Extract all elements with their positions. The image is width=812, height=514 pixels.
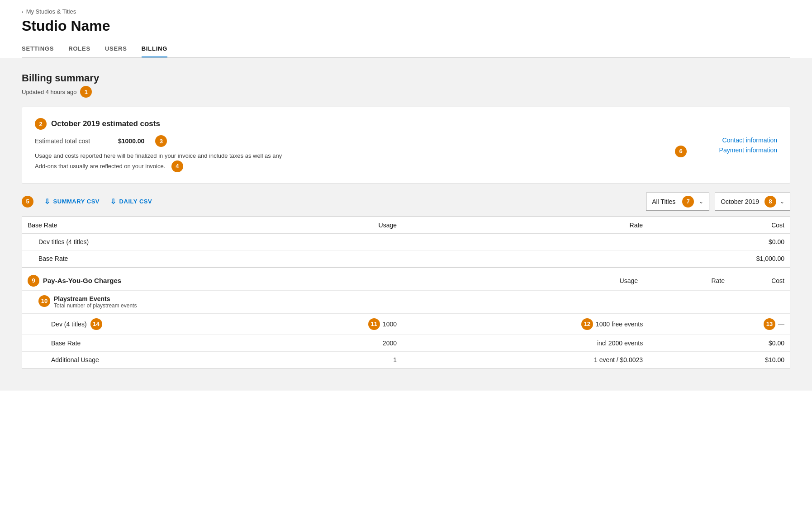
- cost-col-header: Cost: [648, 217, 790, 233]
- payg-base-rate-rate: incl 2000 events: [402, 335, 648, 351]
- date-filter-dropdown[interactable]: October 2019 8 ⌄: [715, 193, 790, 211]
- payg-section-header-row: 9 Pay-As-You-Go Charges Usage Rate Cost: [22, 267, 790, 291]
- dev-titles-cost: —: [778, 321, 784, 328]
- base-rate-usage: [241, 250, 402, 267]
- badge-9: 9: [28, 275, 39, 287]
- download-icon-daily: ⇩: [110, 198, 117, 206]
- base-rate-col-header: Base Rate: [22, 217, 241, 233]
- table-row: Dev titles (4 titles) $0.00: [22, 233, 790, 250]
- base-rate-rate: [402, 250, 648, 267]
- desc-line1: Usage and costs reported here will be fi…: [35, 152, 282, 159]
- badge-10: 10: [38, 295, 50, 307]
- playstream-label-block: Playstream Events Total number of playst…: [54, 295, 137, 309]
- payg-usage-col: Usage: [584, 277, 638, 284]
- badge-3: 3: [155, 135, 167, 147]
- badge-7: 7: [682, 196, 694, 207]
- base-rate-header-row: Base Rate Usage Rate Cost: [22, 217, 790, 233]
- payg-additional-cost: $10.00: [648, 351, 790, 368]
- billing-summary-title: Billing summary: [22, 72, 790, 84]
- payg-additional-label: Additional Usage: [22, 351, 241, 368]
- filters: All Titles 7 ⌄ October 2019 8 ⌄: [646, 193, 790, 211]
- base-rate-dev-rate: [402, 233, 648, 250]
- breadcrumb[interactable]: ‹ My Studios & Titles: [22, 8, 790, 15]
- breadcrumb-chevron-icon: ‹: [22, 9, 24, 14]
- playstream-sub-desc: Total number of playstream events: [54, 302, 137, 309]
- estimated-label: Estimated total cost: [35, 137, 107, 145]
- download-icon-summary: ⇩: [44, 198, 51, 206]
- badge-8: 8: [765, 196, 776, 207]
- payg-header-with-badge: 9 Pay-As-You-Go Charges Usage Rate Cost: [28, 275, 784, 287]
- payment-info-link[interactable]: Payment information: [719, 146, 777, 154]
- daily-csv-button[interactable]: ⇩ DAILY CSV: [110, 198, 152, 206]
- badge-2: 2: [35, 118, 47, 130]
- playstream-header-cell: 10 Playstream Events Total number of pla…: [22, 290, 790, 313]
- contact-info-link[interactable]: Contact information: [722, 137, 777, 144]
- page-container: ‹ My Studios & Titles Studio Name SETTIN…: [0, 0, 812, 514]
- payg-base-rate-usage: 2000: [241, 335, 402, 351]
- billing-table: Base Rate Usage Rate Cost Dev titles (4 …: [22, 217, 790, 368]
- table-row: Base Rate 2000 incl 2000 events $0.00: [22, 335, 790, 351]
- csv-buttons: 5 ⇩ SUMMARY CSV ⇩ DAILY CSV: [22, 196, 152, 207]
- csv-filter-row: 5 ⇩ SUMMARY CSV ⇩ DAILY CSV All Titles 7…: [22, 193, 790, 216]
- payg-header-cell: 9 Pay-As-You-Go Charges Usage Rate Cost: [22, 267, 790, 291]
- base-rate-dev-cost: $0.00: [648, 233, 790, 250]
- table-row: Dev (4 titles) 14 11 1000: [22, 313, 790, 335]
- dev-titles-usage-cell: 11 1000: [241, 313, 402, 335]
- rate-col-header: Rate: [402, 217, 648, 233]
- playstream-sub-header: Playstream Events: [54, 295, 137, 302]
- estimated-desc: Usage and costs reported here will be fi…: [35, 151, 351, 172]
- badge-13: 13: [764, 318, 775, 330]
- payg-additional-rate: 1 event / $0.0023: [402, 351, 648, 368]
- updated-row: Updated 4 hours ago 1: [22, 86, 790, 98]
- base-rate-dev-label: Dev titles (4 titles): [22, 233, 241, 250]
- payg-additional-usage: 1: [241, 351, 402, 368]
- badge-6: 6: [675, 146, 687, 157]
- right-links: 6 Contact information Payment informatio…: [719, 137, 777, 154]
- tab-users[interactable]: USERS: [105, 42, 127, 57]
- summary-csv-button[interactable]: ⇩ SUMMARY CSV: [44, 198, 100, 206]
- badge-4: 4: [171, 160, 183, 172]
- badge-14: 14: [90, 318, 102, 330]
- payg-header-label: Pay-As-You-Go Charges: [43, 277, 121, 284]
- header: ‹ My Studios & Titles Studio Name SETTIN…: [0, 0, 812, 58]
- breadcrumb-text: My Studios & Titles: [26, 8, 76, 15]
- payg-base-rate-cost: $0.00: [648, 335, 790, 351]
- playstream-label-row: 10 Playstream Events Total number of pla…: [38, 295, 784, 309]
- billing-table-wrapper: Base Rate Usage Rate Cost Dev titles (4 …: [22, 216, 790, 369]
- usage-col-header: Usage: [241, 217, 402, 233]
- main-content: Billing summary Updated 4 hours ago 1 2 …: [0, 58, 812, 391]
- dev-titles-label-cell: Dev (4 titles) 14: [22, 313, 241, 335]
- summary-csv-label: SUMMARY CSV: [53, 198, 100, 205]
- tab-settings[interactable]: SETTINGS: [22, 42, 54, 57]
- base-rate-label: Base Rate: [22, 250, 241, 267]
- titles-filter-dropdown[interactable]: All Titles 7 ⌄: [646, 193, 709, 211]
- page-title: Studio Name: [22, 18, 790, 34]
- titles-dropdown-arrow-icon: ⌄: [699, 198, 703, 205]
- dev-titles-cost-cell: 13 —: [648, 313, 790, 335]
- table-row: Base Rate $1,000.00: [22, 250, 790, 267]
- base-rate-cost: $1,000.00: [648, 250, 790, 267]
- dev-titles-usage: 1000: [383, 321, 397, 328]
- base-rate-dev-usage: [241, 233, 402, 250]
- badge-12: 12: [581, 318, 593, 330]
- tab-roles[interactable]: ROLES: [68, 42, 90, 57]
- tabs-nav: SETTINGS ROLES USERS BILLING: [22, 42, 790, 58]
- tab-billing[interactable]: BILLING: [142, 42, 167, 57]
- payg-rate-col: Rate: [652, 277, 725, 284]
- titles-filter-label: All Titles: [652, 198, 675, 205]
- updated-text: Updated 4 hours ago: [22, 89, 76, 95]
- date-filter-label: October 2019: [721, 198, 759, 205]
- daily-csv-label: DAILY CSV: [119, 198, 152, 205]
- dev-titles-rate-cell: 12 1000 free events: [402, 313, 648, 335]
- playstream-events-header-row: 10 Playstream Events Total number of pla…: [22, 290, 790, 313]
- estimated-costs-card: 2 October 2019 estimated costs Estimated…: [22, 107, 790, 184]
- date-dropdown-arrow-icon: ⌄: [780, 198, 784, 205]
- payg-cost-col: Cost: [739, 277, 784, 284]
- table-row: Additional Usage 1 1 event / $0.0023 $10…: [22, 351, 790, 368]
- badge-1: 1: [80, 86, 92, 98]
- dev-titles-rate: 1000 free events: [596, 321, 643, 328]
- badge-11: 11: [368, 318, 380, 330]
- badge-5: 5: [22, 196, 33, 207]
- payg-base-rate-label: Base Rate: [22, 335, 241, 351]
- estimated-total-row: Estimated total cost $1000.00 3: [35, 135, 777, 147]
